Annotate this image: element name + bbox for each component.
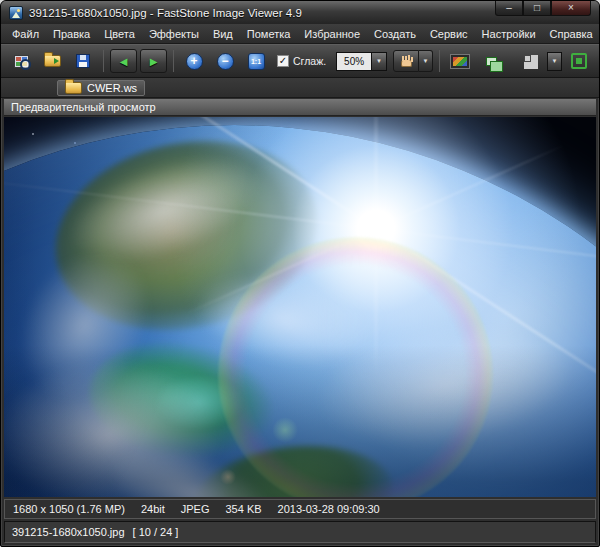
smooth-group: ✓ Сглаж.	[277, 55, 326, 67]
zoom-in-button[interactable]: +	[180, 48, 208, 74]
menubar: Файл Правка Цвета Эффекты Вид Пометка Из…	[1, 24, 599, 44]
image-preview[interactable]	[4, 117, 596, 497]
current-folder-item[interactable]: CWER.ws	[57, 80, 145, 96]
menu-item-create[interactable]: Создать	[367, 26, 423, 42]
browser-icon	[14, 55, 29, 68]
menu-item-tools[interactable]: Сервис	[423, 26, 475, 42]
browser-button[interactable]	[7, 48, 35, 74]
folder-icon	[65, 82, 82, 94]
chevron-down-icon: ▼	[552, 58, 558, 64]
fullscreen-button[interactable]	[565, 48, 593, 74]
file-format: JPEG	[181, 503, 210, 515]
menu-item-file[interactable]: Файл	[5, 26, 46, 42]
menu-item-view[interactable]: Вид	[206, 26, 240, 42]
file-size: 354 KB	[226, 503, 262, 515]
maximize-icon: □	[534, 3, 540, 13]
menu-item-colors[interactable]: Цвета	[97, 26, 142, 42]
next-image-button[interactable]: ▶	[140, 49, 167, 73]
hand-tool-button[interactable]	[393, 50, 419, 72]
toolbar: ◀ ▶ + − 1:1 ✓ Сглаж. 50% ▼ ▼ ▼	[1, 44, 599, 78]
window-title: 391215-1680x1050.jpg - FastStone Image V…	[29, 7, 302, 19]
menu-item-effects[interactable]: Эффекты	[142, 26, 206, 42]
window-controls: – □ ×	[495, 1, 591, 16]
slideshow-button[interactable]	[446, 48, 474, 74]
chevron-down-icon: ▼	[423, 58, 429, 64]
menu-item-edit[interactable]: Правка	[46, 26, 97, 42]
minimize-icon: –	[506, 3, 512, 13]
view-options-dropdown-button[interactable]: ▼	[547, 52, 562, 71]
vignette	[4, 117, 596, 497]
compare-images-icon	[486, 57, 497, 66]
zoom-out-button[interactable]: −	[211, 48, 239, 74]
maximize-button[interactable]: □	[523, 1, 551, 16]
zoom-in-icon: +	[186, 53, 203, 70]
filename-field: 391215-1680x1050.jpg [ 10 / 24 ]	[4, 521, 596, 543]
menu-item-settings[interactable]: Настройки	[475, 26, 543, 42]
image-index: [ 10 / 24 ]	[133, 526, 179, 538]
close-button[interactable]: ×	[551, 1, 591, 16]
next-arrow-icon: ▶	[150, 56, 158, 67]
save-icon	[76, 54, 90, 68]
grid-view-icon	[524, 55, 537, 68]
current-folder-label: CWER.ws	[87, 82, 137, 94]
zoom-level-select: 50% ▼	[336, 52, 387, 71]
preview-header: Предварительный просмотр	[4, 99, 596, 116]
previous-image-button[interactable]: ◀	[110, 49, 137, 73]
menu-item-help[interactable]: Справка	[543, 26, 600, 42]
chevron-down-icon: ▼	[376, 58, 382, 64]
slideshow-icon	[451, 55, 469, 68]
bottombar: 391215-1680x1050.jpg [ 10 / 24 ]	[4, 521, 596, 543]
hand-tool-group: ▼	[393, 50, 433, 72]
hand-tool-icon	[401, 60, 412, 67]
zoom-level-dropdown-button[interactable]: ▼	[372, 52, 387, 71]
app-icon	[9, 6, 23, 20]
fullscreen-icon	[571, 53, 587, 69]
open-folder-button[interactable]	[38, 48, 66, 74]
file-datetime: 2013-03-28 09:09:30	[278, 503, 380, 515]
menu-item-favorites[interactable]: Избранное	[297, 26, 367, 42]
image-dimensions: 1680 x 1050 (1.76 MP)	[13, 503, 125, 515]
toolbar-separator	[103, 50, 104, 72]
smooth-label[interactable]: Сглаж.	[293, 55, 326, 67]
titlebar[interactable]: 391215-1680x1050.jpg - FastStone Image V…	[1, 1, 599, 24]
view-options-button[interactable]	[516, 48, 544, 74]
compare-images-button[interactable]	[477, 48, 505, 74]
pathbar: CWER.ws	[1, 78, 599, 98]
toolbar-separator	[439, 50, 440, 72]
close-icon: ×	[568, 3, 574, 13]
menu-item-tag[interactable]: Пометка	[240, 26, 298, 42]
bit-depth: 24bit	[141, 503, 165, 515]
actual-size-icon: 1:1	[248, 53, 265, 70]
preview-header-label: Предварительный просмотр	[11, 101, 156, 113]
app-window: 391215-1680x1050.jpg - FastStone Image V…	[0, 0, 600, 547]
toolbar-separator	[173, 50, 174, 72]
actual-size-button[interactable]: 1:1	[242, 48, 270, 74]
minimize-button[interactable]: –	[495, 1, 523, 16]
toolbar-right-group: ▼	[516, 48, 593, 74]
current-filename: 391215-1680x1050.jpg	[12, 526, 125, 538]
previous-arrow-icon: ◀	[120, 56, 128, 67]
smooth-checkbox[interactable]: ✓	[277, 55, 289, 67]
zoom-out-icon: −	[217, 53, 234, 70]
zoom-level-value[interactable]: 50%	[336, 52, 372, 71]
hand-tool-dropdown-button[interactable]: ▼	[419, 50, 433, 72]
open-folder-icon	[44, 55, 61, 67]
statusbar: 1680 x 1050 (1.76 MP) 24bit JPEG 354 KB …	[4, 499, 596, 519]
save-button[interactable]	[69, 48, 97, 74]
